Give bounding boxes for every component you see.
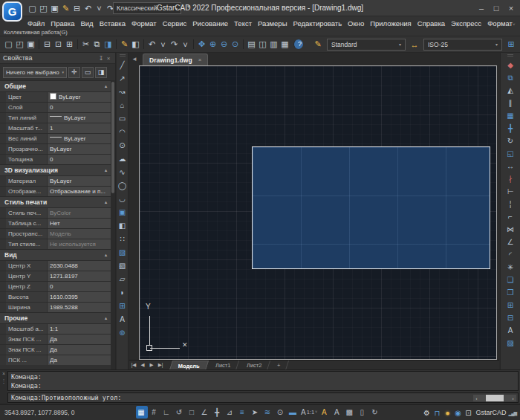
document-tab[interactable]: Drawing1.dwg ×	[143, 54, 208, 65]
object-snap-3d-toggle[interactable]: ∠	[199, 406, 211, 419]
isolate-objects-toggle[interactable]: ▯	[357, 406, 368, 419]
scrollbar-thumb[interactable]	[111, 82, 114, 193]
property-row[interactable]: Тип стиле...Не используется	[0, 239, 111, 249]
send-under-objects-icon[interactable]: ⊟	[504, 311, 516, 324]
auto-annotate-toggle[interactable]: A	[331, 406, 343, 419]
menu-format[interactable]: Формат	[129, 19, 160, 28]
tab-scroll-left-icon[interactable]: ◄	[131, 56, 137, 62]
property-row[interactable]: Толщина0	[0, 154, 111, 164]
wipeout-icon[interactable]: ◗	[117, 286, 129, 300]
line-icon[interactable]: ╱	[117, 59, 129, 72]
prev-layout-button[interactable]: ◀	[138, 362, 147, 368]
save-icon[interactable]: ▣	[49, 4, 60, 13]
menu-text[interactable]: Текст	[231, 19, 255, 28]
property-row[interactable]: Тип линийByLayer	[0, 112, 111, 123]
property-row[interactable]: Центр X2630.0488	[0, 260, 111, 271]
next-layout-button[interactable]: ▶	[147, 362, 156, 368]
property-row[interactable]: Пространс...Модель	[0, 228, 111, 239]
spline-icon[interactable]: ∿	[117, 166, 129, 179]
snap-toggle[interactable]: ▦	[136, 406, 148, 419]
trim-icon[interactable]: ∤	[504, 172, 516, 185]
undo-icon[interactable]: ↶	[82, 4, 94, 13]
workspace-switch-toggle[interactable]: ▬	[287, 406, 299, 419]
menu-window[interactable]: Окно	[345, 19, 367, 28]
menu-file[interactable]: Файл	[25, 19, 48, 28]
dynamic-ucs-toggle[interactable]: ⊿	[224, 406, 236, 419]
properties-scrollbar[interactable]	[111, 80, 115, 369]
open-file-icon[interactable]: ◰	[38, 4, 49, 13]
object-snap-toggle[interactable]: □	[186, 406, 198, 419]
ortho-toggle[interactable]: ∟	[161, 406, 173, 419]
polygon-icon[interactable]: ⌂	[117, 99, 129, 112]
clean-screen-toggle[interactable]: ↻	[369, 406, 381, 419]
menu-insert[interactable]: Вставка	[97, 19, 129, 28]
property-row[interactable]: Знак ПСК ...Да	[0, 334, 111, 344]
tool-palettes-icon[interactable]: ▥	[268, 39, 279, 49]
last-layout-button[interactable]: ▶|	[156, 362, 165, 368]
bring-to-front-icon[interactable]: ❏	[504, 274, 516, 286]
fillet-icon[interactable]: ◜	[504, 248, 516, 261]
bulb-icon[interactable]: ●	[443, 409, 453, 417]
offset-icon[interactable]: ∥	[504, 97, 516, 109]
point-style-icon[interactable]: ⊚	[117, 326, 129, 340]
scrollbar-thumb[interactable]	[486, 395, 504, 401]
model-canvas[interactable]: Y ✕	[139, 65, 497, 360]
paste-icon[interactable]: ◨	[103, 39, 114, 49]
hatch-icon[interactable]: ▨	[117, 246, 129, 259]
menu-help[interactable]: Справка	[415, 19, 448, 28]
scale-icon[interactable]: ◱	[504, 147, 516, 160]
menu-modify[interactable]: Редактировать	[290, 19, 345, 28]
print-preview-icon[interactable]: ⊡	[53, 39, 64, 49]
pin-icon[interactable]: ↧	[97, 55, 105, 62]
menu-tools[interactable]: Сервис	[160, 19, 190, 28]
property-row[interactable]: Прозрачно...ByLayer	[0, 143, 111, 154]
make-block-icon[interactable]: ◧	[117, 219, 129, 233]
quick-calc-icon[interactable]: ▦	[279, 39, 290, 49]
quick-select-button[interactable]: ◨	[95, 67, 107, 78]
gstarcad-logo-icon[interactable]: G	[2, 1, 22, 22]
zoom-realtime-icon[interactable]: ⊕	[207, 39, 218, 49]
minimize-button[interactable]: –	[474, 4, 489, 13]
property-row[interactable]: Слой0	[0, 102, 111, 112]
hatch-to-back-icon[interactable]: ▨	[504, 337, 516, 349]
property-row[interactable]: Вес линийByLayer	[0, 133, 111, 143]
tab-add-layout[interactable]: +	[269, 361, 290, 370]
lineweight-toggle[interactable]: ≡	[237, 406, 249, 419]
zoom-previous-icon[interactable]: ⊙	[230, 39, 241, 49]
menu-format-overflow[interactable]: Формат˅	[484, 19, 518, 28]
property-row[interactable]: Масштаб а...1:1	[0, 323, 111, 334]
join-icon[interactable]: ⋈	[504, 223, 516, 236]
section-header[interactable]: Прочие▴	[0, 312, 111, 323]
collaboration-menu[interactable]: Коллективная работа(G)	[0, 30, 520, 36]
annotation-visibility-toggle[interactable]: A	[319, 406, 331, 419]
grip-icon[interactable]: ⋮	[0, 378, 7, 385]
redo-icon[interactable]: ↷	[169, 39, 180, 49]
region-icon[interactable]: ▱	[117, 273, 129, 286]
first-layout-button[interactable]: |◀	[129, 362, 138, 368]
dynamic-input-toggle[interactable]: ➤	[250, 406, 261, 419]
toolbar-customize-icon[interactable]: ▾	[187, 4, 190, 10]
scroll-right-icon[interactable]: ›	[510, 396, 516, 401]
undo-dropdown-icon[interactable]: ˅	[94, 4, 105, 13]
unlock-icon[interactable]: ⊓	[432, 409, 443, 417]
gradient-icon[interactable]: ▧	[117, 259, 129, 273]
annotation-scale-control[interactable]: A1:1˅	[300, 406, 318, 419]
quick-properties-toggle[interactable]: ⊙	[275, 406, 287, 419]
feedback-icon[interactable]: ◉	[453, 409, 464, 417]
move-icon[interactable]: ╋	[504, 122, 516, 135]
property-row[interactable]: МатериалByLayer	[0, 175, 111, 186]
workspace-select[interactable]: Классический ▾	[113, 2, 181, 14]
property-row[interactable]: Центр Z0	[0, 281, 111, 291]
menu-edit[interactable]: Правка	[48, 19, 77, 28]
menu-dimensions[interactable]: Размеры	[255, 19, 290, 28]
save-icon[interactable]: ▣	[25, 39, 36, 49]
pan-icon[interactable]: ✥	[193, 39, 207, 49]
point-icon[interactable]: ∷	[117, 233, 129, 246]
close-button[interactable]: ×	[504, 4, 519, 13]
rectangle-icon[interactable]: ▭	[117, 112, 129, 126]
section-header[interactable]: Вид▴	[0, 249, 111, 260]
copy-icon[interactable]: ⧉	[91, 39, 103, 49]
undo-caret-icon[interactable]: ˅	[157, 40, 169, 49]
polar-tracking-toggle[interactable]: ↺	[174, 406, 186, 419]
settings-gear-icon[interactable]: ⚙	[422, 409, 432, 417]
